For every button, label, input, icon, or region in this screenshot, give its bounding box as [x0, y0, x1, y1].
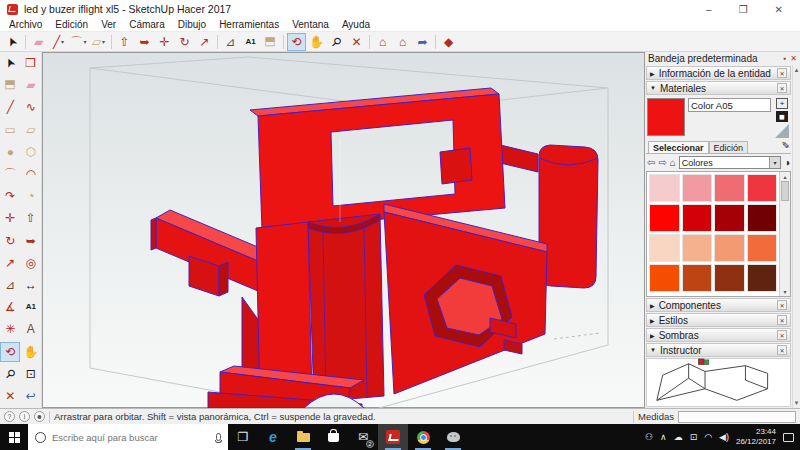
material-name-field[interactable]: Color A05: [688, 98, 771, 112]
back-arrow-icon[interactable]: ⇦: [647, 157, 655, 168]
zoom-window-tool-button[interactable]: ⊡: [21, 364, 41, 384]
zoom-extents-button[interactable]: ✕: [347, 33, 366, 51]
three-point-arc-tool-button[interactable]: ↷: [0, 186, 20, 206]
color-swatch[interactable]: [682, 234, 713, 262]
tab-edicion[interactable]: Edición: [709, 141, 749, 153]
taskbar-search[interactable]: [28, 424, 228, 450]
color-swatch[interactable]: [747, 174, 778, 202]
section-shadows[interactable]: ▶ Sombras ✕: [646, 328, 791, 342]
color-swatch[interactable]: [714, 204, 745, 232]
hidden-icons-chevron[interactable]: ∧: [660, 432, 667, 442]
menu-archivo[interactable]: Archivo: [9, 19, 42, 30]
color-swatch[interactable]: [649, 174, 680, 202]
rotated-rectangle-tool-button[interactable]: ▱: [21, 120, 41, 140]
color-swatch[interactable]: [747, 204, 778, 232]
text-tool-button[interactable]: A1: [21, 297, 41, 317]
protractor-tool-button[interactable]: ∡: [0, 297, 20, 317]
line-tool-button[interactable]: ╱▾: [49, 33, 68, 51]
speaker-icon[interactable]: ◀): [719, 432, 729, 442]
polygon-tool-button[interactable]: ⬡: [21, 142, 41, 162]
pan-tool-button[interactable]: ✋: [307, 33, 326, 51]
minimize-button[interactable]: –: [706, 4, 712, 15]
close-icon[interactable]: ✕: [777, 300, 787, 310]
menu-ver[interactable]: Ver: [101, 19, 116, 30]
info-icon[interactable]: i: [19, 411, 30, 422]
action-center-icon[interactable]: [783, 433, 794, 442]
collection-dropdown[interactable]: Colores ▾: [679, 156, 781, 169]
forward-arrow-icon[interactable]: ⇨: [658, 157, 666, 168]
menu-edicion[interactable]: Edición: [55, 19, 88, 30]
text-tool-button[interactable]: A1: [241, 33, 260, 51]
help-icon[interactable]: ?: [4, 411, 15, 422]
orbit-tool-button[interactable]: ⟲: [287, 33, 306, 51]
zoom-extents-button[interactable]: ✕: [0, 386, 20, 406]
people-icon[interactable]: ⚇: [645, 432, 653, 442]
menu-ayuda[interactable]: Ayuda: [342, 19, 370, 30]
zoom-tool-button[interactable]: ⚲: [0, 364, 20, 384]
circle-tool-button[interactable]: ●: [0, 142, 20, 162]
scale-tool-button[interactable]: ↗: [0, 253, 20, 273]
tape-measure-tool-button[interactable]: ⊿: [0, 275, 20, 295]
mail-button[interactable]: ✉2: [348, 424, 378, 450]
paint-bucket-tool-button[interactable]: ◧: [261, 33, 280, 51]
color-swatch[interactable]: [682, 204, 713, 232]
model-viewport[interactable]: [42, 52, 645, 408]
scroll-up-icon[interactable]: ▴: [795, 66, 799, 74]
color-swatch[interactable]: [682, 264, 713, 292]
search-input[interactable]: [52, 432, 210, 443]
color-swatch[interactable]: [649, 234, 680, 262]
close-icon[interactable]: ✕: [777, 315, 787, 325]
section-instructor[interactable]: ▼ Instructor ✕: [646, 343, 791, 357]
measurements-input[interactable]: [678, 411, 796, 423]
taskbar-clock[interactable]: 23:44 26/12/2017: [736, 427, 776, 446]
arc-tool-button[interactable]: ⌒▾: [69, 33, 88, 51]
color-swatch[interactable]: [649, 264, 680, 292]
close-icon[interactable]: ✕: [777, 345, 787, 355]
color-swatch[interactable]: [747, 264, 778, 292]
section-materials[interactable]: ▼ Materiales ✕: [646, 81, 791, 95]
close-icon[interactable]: ✕: [777, 83, 787, 93]
rectangle-tool-button[interactable]: ▭: [0, 120, 20, 140]
color-swatch[interactable]: [714, 174, 745, 202]
rotate-tool-button[interactable]: ↻: [0, 231, 20, 251]
select-tool-button[interactable]: ➤: [0, 53, 20, 73]
secondary-pane-icon[interactable]: ◼: [776, 111, 788, 122]
close-icon[interactable]: ✕: [790, 54, 797, 63]
eyedropper-icon[interactable]: ✎: [781, 139, 789, 150]
menu-herramientas[interactable]: Herramientas: [219, 19, 279, 30]
swatch-scrollbar[interactable]: ▴ ▾: [779, 172, 790, 296]
edge-taskbar-button[interactable]: e: [258, 424, 288, 450]
two-point-arc-tool-button[interactable]: ◠: [21, 164, 41, 184]
section-components[interactable]: ▶ Componentes ✕: [646, 298, 791, 312]
zoom-previous-button[interactable]: ↩: [21, 386, 41, 406]
menu-dibujo[interactable]: Dibujo: [178, 19, 206, 30]
create-material-icon[interactable]: +: [776, 98, 788, 109]
axes-tool-button[interactable]: ✳: [0, 319, 20, 339]
push-pull-tool-button[interactable]: ⇧: [21, 208, 41, 228]
extension-gem-button[interactable]: ◆: [439, 33, 458, 51]
rotate-tool-button[interactable]: ↻: [175, 33, 194, 51]
dimensions-tool-button[interactable]: ↔: [21, 275, 41, 295]
sample-paint-icon[interactable]: ◑: [784, 157, 790, 168]
scroll-up-icon[interactable]: ▴: [783, 173, 786, 180]
scroll-down-icon[interactable]: ▾: [783, 288, 786, 295]
pan-tool-button[interactable]: ✋: [21, 342, 41, 362]
task-view-button[interactable]: ❐: [228, 424, 258, 450]
make-component-button[interactable]: ❒: [21, 53, 41, 73]
tab-seleccionar[interactable]: Seleccionar: [648, 141, 709, 153]
sketchup-taskbar-button[interactable]: [378, 424, 408, 450]
3d-warehouse-button[interactable]: ⌂: [373, 33, 392, 51]
close-button[interactable]: ✕: [775, 4, 783, 15]
follow-me-tool-button[interactable]: ➥: [135, 33, 154, 51]
line-tool-button[interactable]: ╱: [0, 97, 20, 117]
close-icon[interactable]: ✕: [777, 330, 787, 340]
color-swatch[interactable]: [649, 204, 680, 232]
color-swatch[interactable]: [747, 234, 778, 262]
freehand-tool-button[interactable]: ∿: [21, 97, 41, 117]
paint-taskbar-button[interactable]: [438, 424, 468, 450]
section-entity-info[interactable]: ▶ Información de la entidad ✕: [646, 66, 791, 80]
microphone-icon[interactable]: [216, 433, 221, 441]
wifi-icon[interactable]: ◠: [704, 432, 712, 442]
menu-ventana[interactable]: Ventana: [292, 19, 329, 30]
store-button[interactable]: [318, 424, 348, 450]
